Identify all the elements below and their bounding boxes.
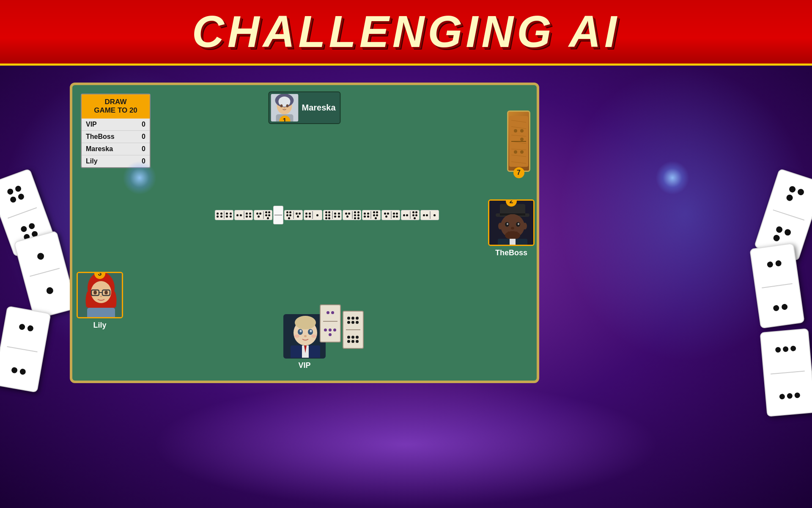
player-name-lily: Lily [93,321,106,330]
board-tile-12 [420,210,439,220]
board-tile-9 [362,210,381,220]
vip-tile-1[interactable] [320,304,341,342]
svg-point-54 [310,330,312,332]
board-tile-3 [254,210,272,220]
player-card-mareska: 1 Mareska [268,91,340,124]
svg-point-57 [311,334,316,338]
board-tile-2 [234,210,253,220]
svg-point-16 [514,129,517,133]
player-name-theboss: TheBoss [495,248,527,257]
deco-domino-left-bottom [0,306,51,392]
svg-rect-31 [87,308,115,318]
draw-pile[interactable]: 7 [507,110,530,172]
svg-point-6 [283,108,285,109]
svg-point-55 [304,335,307,337]
deco-domino-right-bottom [760,328,812,417]
board-tile-1 [215,210,233,220]
domino-board-row [215,206,439,224]
svg-point-19 [520,138,524,141]
player-card-lily: 3 [77,272,123,318]
game-board: DRAW GAME TO 20 VIP 0 TheBoss 0 Mareska … [70,83,539,383]
board-tile-10 [381,210,400,220]
board-tile-11 [401,210,420,220]
board-tile-7 [323,210,342,220]
score-row-mareska: Mareska 0 [82,143,150,155]
svg-point-17 [520,129,524,133]
draw-pile-count: 7 [513,167,524,178]
header-title: CHALLENGING AI [192,6,620,57]
player-right-theboss: 2 [488,199,535,257]
svg-point-56 [294,334,299,338]
score-panel: DRAW GAME TO 20 VIP 0 TheBoss 0 Mareska … [81,94,151,168]
svg-point-30 [100,295,102,297]
svg-point-5 [286,105,288,108]
deco-domino-left [14,231,77,320]
score-player-name: TheBoss [86,133,115,141]
svg-point-29 [104,291,108,295]
score-player-score: 0 [142,145,145,153]
vip-tile-2[interactable] [343,311,364,349]
board-tile-5 [284,210,303,220]
sparkle-right-icon [656,161,689,195]
svg-point-43 [518,223,519,225]
svg-point-53 [300,330,302,332]
sparkle-left-icon [123,161,156,195]
score-header: DRAW GAME TO 20 [82,94,150,119]
header-banner: CHALLENGING AI [0,0,812,66]
player-name-vip: VIP [298,361,310,370]
svg-point-3 [278,97,290,107]
board-tile-6 [304,210,322,220]
player-card-theboss: 2 [488,199,535,246]
svg-point-42 [507,223,508,225]
bg-glow-bottom [152,381,660,508]
svg-point-45 [505,231,520,240]
board-tile-center [273,206,283,224]
svg-point-38 [498,223,502,229]
avatar-mareska: 1 [271,94,298,121]
score-row-theboss: TheBoss 0 [82,131,150,143]
score-player-score: 0 [142,121,145,128]
svg-point-28 [93,291,97,295]
svg-point-39 [523,223,527,229]
player-left-lily: 3 [77,272,123,330]
svg-point-44 [511,227,514,229]
player-top-mareska: 1 Mareska [268,91,340,124]
score-player-score: 0 [142,133,145,141]
score-player-name: VIP [86,121,97,128]
svg-point-50 [295,316,316,329]
svg-point-4 [280,105,283,108]
vip-tiles-area [320,304,364,349]
svg-point-18 [514,150,517,154]
svg-rect-47 [510,239,516,246]
score-player-name: Mareska [86,145,113,153]
score-player-name: Lily [86,157,98,165]
board-tile-8 [343,210,361,220]
score-row-vip: VIP 0 [82,119,150,131]
svg-point-20 [520,150,524,154]
player-name-mareska: Mareska [302,103,335,113]
